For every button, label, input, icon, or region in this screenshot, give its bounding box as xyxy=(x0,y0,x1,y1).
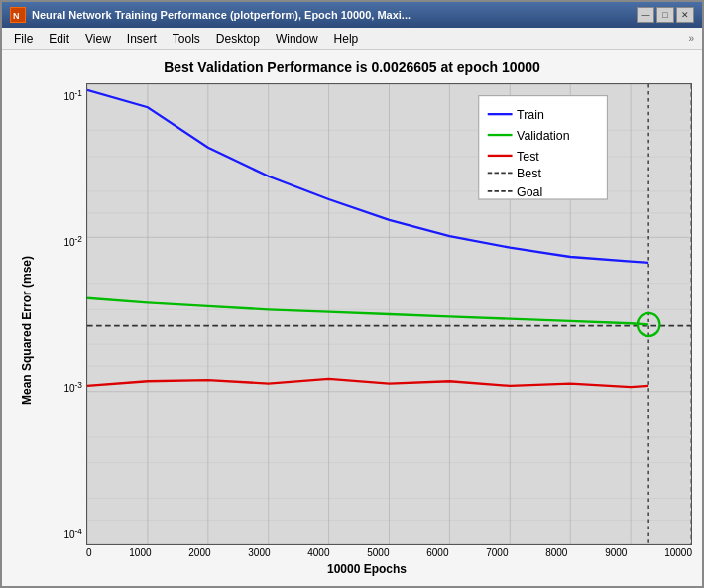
app-icon: N xyxy=(10,7,26,23)
main-window: N Neural Network Training Performance (p… xyxy=(0,0,704,588)
chart-area: 10-1 10-2 10-3 10-4 xyxy=(42,83,692,576)
menu-file[interactable]: File xyxy=(6,30,41,48)
svg-text:Best: Best xyxy=(517,167,541,180)
x-tick-1: 1000 xyxy=(129,547,151,558)
y-tick-2: 10-3 xyxy=(42,380,82,394)
maximize-button[interactable]: □ xyxy=(656,7,674,23)
x-tick-4: 4000 xyxy=(307,547,329,558)
menu-tools[interactable]: Tools xyxy=(165,30,208,48)
svg-text:Validation: Validation xyxy=(517,129,570,143)
title-bar: N Neural Network Training Performance (p… xyxy=(2,2,702,28)
menu-edit[interactable]: Edit xyxy=(41,30,77,48)
x-tick-3: 3000 xyxy=(248,547,270,558)
x-tick-7: 7000 xyxy=(486,547,508,558)
menu-insert[interactable]: Insert xyxy=(119,30,165,48)
y-ticks: 10-1 10-2 10-3 10-4 xyxy=(42,83,86,545)
y-tick-3: 10-4 xyxy=(42,527,82,540)
title-bar-left: N Neural Network Training Performance (p… xyxy=(10,7,411,23)
svg-text:N: N xyxy=(13,11,20,21)
plot-box: Train Validation Test Best xyxy=(86,83,692,545)
menu-help[interactable]: Help xyxy=(326,30,367,48)
x-axis-label: 10000 Epochs xyxy=(42,562,692,576)
y-axis-label: Mean Squared Error (mse) xyxy=(12,83,42,576)
x-tick-6: 6000 xyxy=(426,547,448,558)
plot-with-yaxis: 10-1 10-2 10-3 10-4 xyxy=(42,83,692,545)
chart-svg: Train Validation Test Best xyxy=(87,84,691,544)
x-ticks: 0 1000 2000 3000 4000 5000 6000 7000 800… xyxy=(86,545,692,560)
x-tick-5: 5000 xyxy=(367,547,389,558)
main-content: Best Validation Performance is 0.0026605… xyxy=(2,50,702,586)
menu-bar: File Edit View Insert Tools Desktop Wind… xyxy=(2,28,702,50)
svg-text:Goal: Goal xyxy=(517,184,542,198)
window-title: Neural Network Training Performance (plo… xyxy=(32,9,411,21)
menu-desktop[interactable]: Desktop xyxy=(208,30,268,48)
x-tick-2: 2000 xyxy=(188,547,210,558)
window-controls: — □ ✕ xyxy=(637,7,694,23)
y-tick-0: 10-1 xyxy=(42,88,82,102)
svg-text:Test: Test xyxy=(517,149,539,163)
minimize-button[interactable]: — xyxy=(637,7,654,23)
close-button[interactable]: ✕ xyxy=(676,7,694,23)
menu-window[interactable]: Window xyxy=(268,30,326,48)
y-tick-1: 10-2 xyxy=(42,234,82,248)
menu-overflow: » xyxy=(688,33,698,44)
x-tick-9: 9000 xyxy=(605,547,627,558)
x-tick-8: 8000 xyxy=(545,547,567,558)
svg-text:Train: Train xyxy=(517,108,544,122)
menu-view[interactable]: View xyxy=(77,30,119,48)
x-tick-10: 10000 xyxy=(664,547,692,558)
x-tick-0: 0 xyxy=(86,547,92,558)
chart-container: Mean Squared Error (mse) 10-1 10-2 10-3 … xyxy=(12,83,692,576)
chart-title: Best Validation Performance is 0.0026605… xyxy=(164,59,540,75)
